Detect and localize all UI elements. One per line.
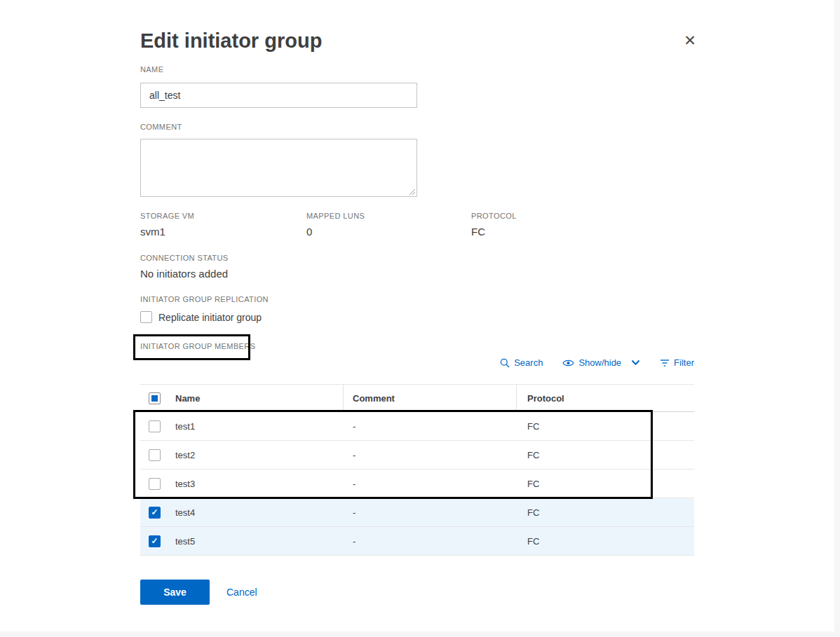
storage-vm-label: STORAGE VM — [140, 212, 194, 220]
row-comment: - — [344, 421, 517, 432]
filter-label: Filter — [674, 357, 694, 368]
protocol-value: FC — [471, 226, 517, 238]
filter-button[interactable]: Filter — [660, 357, 694, 368]
row-checkbox[interactable]: ✓ — [149, 535, 161, 547]
table-row: test3-FC — [140, 470, 694, 498]
save-button[interactable]: Save — [140, 580, 210, 605]
search-icon — [500, 358, 510, 368]
row-comment: - — [344, 507, 517, 518]
table-toolbar: Search Show/hide Filter — [140, 357, 694, 368]
mapped-luns-label: MAPPED LUNS — [306, 212, 365, 220]
row-name: test4 — [175, 507, 344, 518]
row-comment: - — [344, 536, 517, 547]
table-row: ✓test4-FC — [140, 498, 694, 527]
column-header-name[interactable]: Name — [175, 385, 344, 411]
show-hide-button[interactable]: Show/hide — [562, 357, 640, 368]
edit-initiator-group-dialog: Edit initiator group ✕ NAME COMMENT STOR… — [0, 0, 840, 637]
name-label: NAME — [140, 65, 163, 74]
row-name: test5 — [175, 536, 344, 547]
column-header-comment[interactable]: Comment — [344, 385, 517, 411]
replicate-checkbox-label: Replicate initiator group — [158, 312, 262, 323]
row-comment: - — [344, 450, 517, 460]
table-row: ✓test5-FC — [140, 527, 694, 556]
comment-field-wrap — [140, 139, 417, 197]
connection-status-label: CONNECTION STATUS — [140, 254, 229, 262]
row-checkbox-cell: ✓ — [140, 507, 175, 519]
protocol-group: PROTOCOL FC — [471, 212, 517, 238]
column-header-protocol[interactable]: Protocol — [517, 385, 694, 411]
row-checkbox[interactable] — [149, 420, 161, 432]
replicate-checkbox-row: Replicate initiator group — [140, 311, 262, 323]
row-protocol: FC — [517, 536, 694, 547]
row-name: test1 — [175, 421, 344, 432]
row-checkbox-cell — [140, 420, 175, 432]
storage-vm-value: svm1 — [140, 226, 194, 238]
select-all-checkbox[interactable] — [149, 392, 161, 404]
vertical-scrollbar[interactable] — [834, 0, 840, 637]
horizontal-scrollbar[interactable] — [0, 631, 840, 637]
search-label: Search — [514, 357, 543, 368]
show-hide-label: Show/hide — [578, 357, 621, 368]
row-protocol: FC — [517, 450, 694, 460]
name-input[interactable] — [140, 83, 417, 108]
row-name: test2 — [175, 450, 344, 460]
select-all-cell — [140, 385, 175, 411]
row-checkbox-cell: ✓ — [140, 535, 175, 547]
row-checkbox[interactable]: ✓ — [149, 507, 161, 519]
page-title: Edit initiator group — [140, 29, 322, 53]
row-checkbox-cell — [140, 478, 175, 490]
comment-label: COMMENT — [140, 123, 182, 131]
filter-icon — [660, 359, 670, 367]
initiators-table: Name Comment Protocol test1-FCtest2-FCte… — [140, 384, 694, 556]
comment-textarea[interactable] — [140, 139, 417, 197]
search-button[interactable]: Search — [500, 357, 543, 368]
storage-vm-group: STORAGE VM svm1 — [140, 212, 194, 238]
cancel-button[interactable]: Cancel — [226, 587, 257, 598]
mapped-luns-group: MAPPED LUNS 0 — [306, 212, 365, 238]
members-label: INITIATOR GROUP MEMBERS — [140, 342, 255, 350]
close-icon[interactable]: ✕ — [679, 29, 701, 52]
table-header: Name Comment Protocol — [140, 384, 694, 412]
protocol-label: PROTOCOL — [471, 212, 517, 220]
table-body: test1-FCtest2-FCtest3-FC✓test4-FC✓test5-… — [140, 412, 694, 556]
row-protocol: FC — [517, 507, 694, 518]
connection-status-group: CONNECTION STATUS No initiators added — [140, 254, 229, 280]
mapped-luns-value: 0 — [306, 226, 365, 238]
replication-label: INITIATOR GROUP REPLICATION — [140, 295, 269, 303]
row-comment: - — [344, 479, 517, 489]
replicate-checkbox[interactable] — [140, 311, 152, 323]
connection-status-value: No initiators added — [140, 268, 229, 280]
eye-icon — [562, 359, 574, 367]
row-protocol: FC — [517, 479, 694, 489]
row-checkbox[interactable] — [149, 478, 161, 490]
chevron-down-icon — [631, 359, 640, 366]
row-checkbox-cell — [140, 449, 175, 461]
row-protocol: FC — [517, 421, 694, 432]
row-name: test3 — [175, 479, 344, 489]
table-row: test2-FC — [140, 441, 694, 470]
table-row: test1-FC — [140, 412, 694, 441]
row-checkbox[interactable] — [149, 449, 161, 461]
